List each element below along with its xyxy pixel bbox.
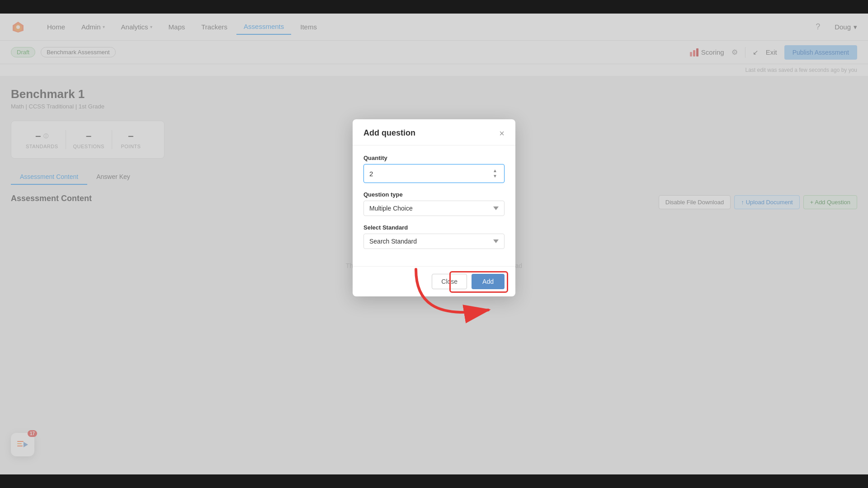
modal-close-button[interactable]: × [499,129,505,138]
modal-title: Add question [363,128,415,138]
quantity-input[interactable] [369,170,473,178]
select-standard-wrapper: Search Standard [363,234,505,249]
quantity-group: Quantity ▲ ▼ [363,155,505,183]
question-type-label: Question type [363,191,505,198]
select-standard-select[interactable]: Search Standard [363,234,505,249]
add-button[interactable]: Add [472,274,505,289]
add-question-modal: Add question × Quantity ▲ ▼ [353,119,515,296]
quantity-input-wrapper: ▲ ▼ [363,164,505,183]
question-type-select[interactable]: Multiple Choice True/False Short Answer … [363,201,505,216]
modal-header: Add question × [353,119,515,145]
select-standard-group: Select Standard Search Standard [363,224,505,249]
quantity-label: Quantity [363,155,505,161]
select-standard-label: Select Standard [363,224,505,231]
modal-footer: Close Add [353,266,515,296]
close-button[interactable]: Close [432,274,467,289]
quantity-arrows: ▲ ▼ [491,168,499,179]
quantity-up-button[interactable]: ▲ [491,168,499,174]
question-type-group: Question type Multiple Choice True/False… [363,191,505,216]
modal-body: Quantity ▲ ▼ Question type Multiple [353,145,515,266]
quantity-down-button[interactable]: ▼ [491,174,499,179]
question-type-wrapper: Multiple Choice True/False Short Answer … [363,201,505,216]
